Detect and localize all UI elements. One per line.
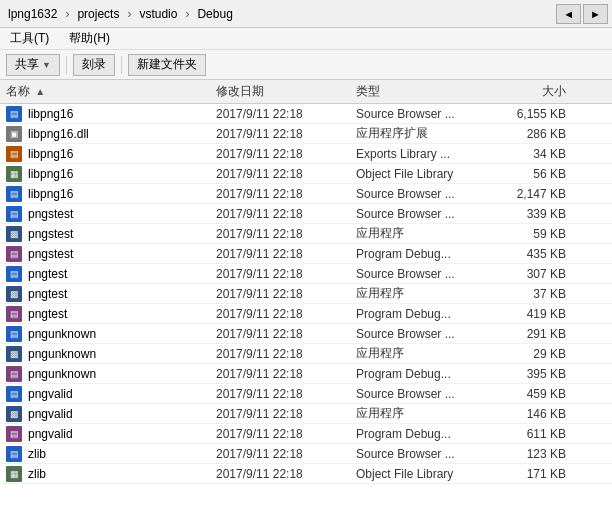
path-lpng[interactable]: lpng1632 [4, 6, 61, 22]
table-row[interactable]: ▩ pngvalid 2017/9/11 22:18 应用程序 146 KB [0, 404, 612, 424]
file-date: 2017/9/11 22:18 [216, 147, 356, 161]
file-size: 339 KB [496, 207, 566, 221]
file-type: 应用程序 [356, 405, 496, 422]
new-folder-label: 新建文件夹 [137, 56, 197, 73]
file-name: ▤ pngstest [6, 206, 216, 222]
path-debug[interactable]: Debug [193, 6, 236, 22]
table-row[interactable]: ▤ pngunknown 2017/9/11 22:18 Source Brow… [0, 324, 612, 344]
table-row[interactable]: ▩ pngstest 2017/9/11 22:18 应用程序 59 KB [0, 224, 612, 244]
path-projects[interactable]: projects [73, 6, 123, 22]
burn-label: 刻录 [82, 56, 106, 73]
new-folder-button[interactable]: 新建文件夹 [128, 54, 206, 76]
file-size: 29 KB [496, 347, 566, 361]
file-name: ▦ libpng16 [6, 166, 216, 182]
file-date: 2017/9/11 22:18 [216, 467, 356, 481]
file-size: 37 KB [496, 287, 566, 301]
file-size: 435 KB [496, 247, 566, 261]
file-size: 34 KB [496, 147, 566, 161]
file-icon: ▤ [6, 386, 22, 402]
file-name: ▦ zlib [6, 466, 216, 482]
file-size: 56 KB [496, 167, 566, 181]
file-date: 2017/9/11 22:18 [216, 347, 356, 361]
file-icon: ▤ [6, 446, 22, 462]
table-row[interactable]: ▤ pngstest 2017/9/11 22:18 Program Debug… [0, 244, 612, 264]
col-header-name[interactable]: 名称 ▲ [6, 83, 216, 100]
main-content: 名称 ▲ 修改日期 类型 大小 ▤ libpng16 2017/9/11 22:… [0, 80, 612, 518]
path-breadcrumb[interactable]: lpng1632 › projects › vstudio › Debug [4, 6, 237, 22]
file-size: 395 KB [496, 367, 566, 381]
file-date: 2017/9/11 22:18 [216, 247, 356, 261]
file-name: ▤ pngtest [6, 306, 216, 322]
file-icon: ▣ [6, 126, 22, 142]
file-date: 2017/9/11 22:18 [216, 287, 356, 301]
table-row[interactable]: ▤ pngvalid 2017/9/11 22:18 Source Browse… [0, 384, 612, 404]
file-icon: ▤ [6, 186, 22, 202]
table-row[interactable]: ▤ libpng16 2017/9/11 22:18 Source Browse… [0, 104, 612, 124]
file-date: 2017/9/11 22:18 [216, 187, 356, 201]
file-icon: ▦ [6, 166, 22, 182]
file-size: 611 KB [496, 427, 566, 441]
file-icon: ▩ [6, 226, 22, 242]
table-row[interactable]: ▩ pngunknown 2017/9/11 22:18 应用程序 29 KB [0, 344, 612, 364]
table-row[interactable]: ▩ pngtest 2017/9/11 22:18 应用程序 37 KB [0, 284, 612, 304]
file-type: Object File Library [356, 167, 496, 181]
file-name: ▤ pngunknown [6, 366, 216, 382]
file-name: ▤ libpng16 [6, 146, 216, 162]
file-date: 2017/9/11 22:18 [216, 207, 356, 221]
table-row[interactable]: ▤ pngunknown 2017/9/11 22:18 Program Deb… [0, 364, 612, 384]
file-name: ▣ libpng16.dll [6, 126, 216, 142]
file-date: 2017/9/11 22:18 [216, 227, 356, 241]
file-name: ▤ pngvalid [6, 426, 216, 442]
table-row[interactable]: ▤ pngstest 2017/9/11 22:18 Source Browse… [0, 204, 612, 224]
file-icon: ▤ [6, 106, 22, 122]
col-header-date[interactable]: 修改日期 [216, 83, 356, 100]
table-row[interactable]: ▤ pngvalid 2017/9/11 22:18 Program Debug… [0, 424, 612, 444]
col-header-size[interactable]: 大小 [496, 83, 566, 100]
file-name: ▩ pngvalid [6, 406, 216, 422]
share-button[interactable]: 共享 ▼ [6, 54, 60, 76]
burn-button[interactable]: 刻录 [73, 54, 115, 76]
table-row[interactable]: ▤ pngtest 2017/9/11 22:18 Program Debug.… [0, 304, 612, 324]
file-icon: ▦ [6, 466, 22, 482]
table-row[interactable]: ▣ libpng16.dll 2017/9/11 22:18 应用程序扩展 28… [0, 124, 612, 144]
file-name: ▤ pngstest [6, 246, 216, 262]
file-type: 应用程序 [356, 345, 496, 362]
file-name: ▤ pngtest [6, 266, 216, 282]
file-type: Program Debug... [356, 307, 496, 321]
toolbar-divider-2 [121, 56, 122, 74]
address-bar-actions: ◄ ► [556, 4, 608, 24]
file-icon: ▤ [6, 246, 22, 262]
file-size: 6,155 KB [496, 107, 566, 121]
back-button[interactable]: ◄ [556, 4, 581, 24]
table-row[interactable]: ▦ libpng16 2017/9/11 22:18 Object File L… [0, 164, 612, 184]
path-vstudio[interactable]: vstudio [135, 6, 181, 22]
file-type: Source Browser ... [356, 267, 496, 281]
file-icon: ▤ [6, 426, 22, 442]
table-row[interactable]: ▤ pngtest 2017/9/11 22:18 Source Browser… [0, 264, 612, 284]
forward-button[interactable]: ► [583, 4, 608, 24]
table-row[interactable]: ▤ zlib 2017/9/11 22:18 Source Browser ..… [0, 444, 612, 464]
file-date: 2017/9/11 22:18 [216, 167, 356, 181]
col-header-type[interactable]: 类型 [356, 83, 496, 100]
file-name: ▩ pngtest [6, 286, 216, 302]
table-row[interactable]: ▤ libpng16 2017/9/11 22:18 Exports Libra… [0, 144, 612, 164]
share-arrow: ▼ [42, 60, 51, 70]
file-type: 应用程序扩展 [356, 125, 496, 142]
file-date: 2017/9/11 22:18 [216, 107, 356, 121]
table-row[interactable]: ▦ zlib 2017/9/11 22:18 Object File Libra… [0, 464, 612, 484]
menu-bar: 工具(T) 帮助(H) [0, 28, 612, 50]
file-icon: ▩ [6, 406, 22, 422]
file-size: 171 KB [496, 467, 566, 481]
file-icon: ▤ [6, 206, 22, 222]
file-type: 应用程序 [356, 285, 496, 302]
menu-tools[interactable]: 工具(T) [6, 29, 53, 48]
file-type: Object File Library [356, 467, 496, 481]
file-type: Program Debug... [356, 367, 496, 381]
toolbar-divider-1 [66, 56, 67, 74]
file-rows-container: ▤ libpng16 2017/9/11 22:18 Source Browse… [0, 104, 612, 484]
file-name: ▩ pngstest [6, 226, 216, 242]
file-icon: ▩ [6, 346, 22, 362]
menu-help[interactable]: 帮助(H) [65, 29, 114, 48]
table-row[interactable]: ▤ libpng16 2017/9/11 22:18 Source Browse… [0, 184, 612, 204]
file-type: 应用程序 [356, 225, 496, 242]
